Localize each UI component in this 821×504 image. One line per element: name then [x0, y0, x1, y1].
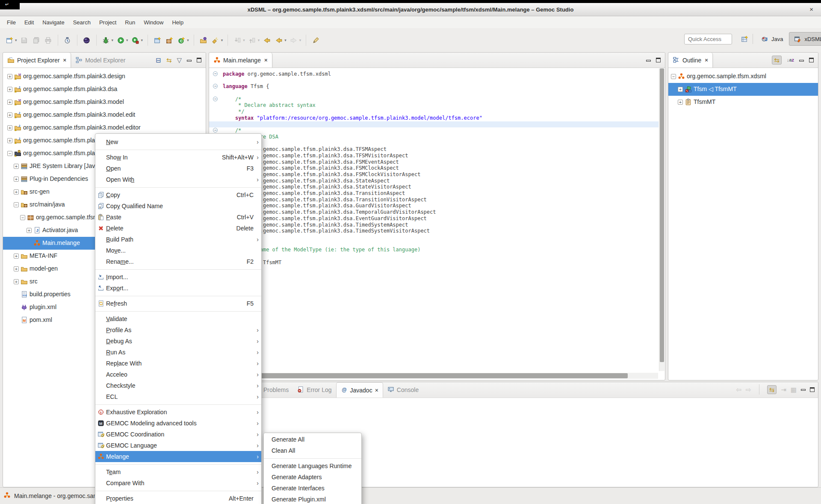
dropdown-chevron-icon[interactable]: ▾: [284, 38, 286, 42]
menu-item-profile-as[interactable]: Profile As›: [95, 324, 261, 336]
menubar-item-file[interactable]: File: [3, 18, 20, 27]
menu-item-export-[interactable]: Export...: [95, 283, 261, 294]
code-line[interactable]: with org.gemoc.sample.tfsm.plaink3.dsa.T…: [209, 228, 659, 234]
dropdown-chevron-icon[interactable]: ▾: [187, 38, 189, 42]
expand-icon[interactable]: +: [7, 125, 12, 130]
expand-icon[interactable]: +: [678, 87, 683, 92]
menu-item-melange[interactable]: Melange›: [95, 451, 261, 462]
code-line[interactable]: with org.gemoc.sample.tfsm.plaink3.dsa.S…: [209, 184, 659, 190]
code-line[interactable]: with org.gemoc.sample.tfsm.plaink3.dsa.T…: [209, 222, 659, 228]
code-line[interactable]: with org.gemoc.sample.tfsm.plaink3.dsa.F…: [209, 171, 659, 178]
code-line[interactable]: * Declare abstract syntax: [209, 102, 659, 109]
menu-item-generate-plugin-xml[interactable]: Generate Plugin.xml: [264, 494, 361, 504]
expand-icon[interactable]: +: [7, 138, 12, 143]
link-with-editor-icon[interactable]: ⇆: [772, 56, 782, 65]
code-line[interactable]: with org.gemoc.sample.tfsm.plaink3.dsa.T…: [209, 209, 659, 215]
tab-project-explorer[interactable]: Project Explorer ×: [3, 53, 71, 68]
tab-model-explorer[interactable]: Model Explorer: [71, 53, 130, 68]
minimize-icon[interactable]: [801, 389, 806, 391]
menu-item-generate-all[interactable]: Generate All: [264, 434, 361, 445]
new-melange-icon[interactable]: [153, 35, 162, 45]
close-icon[interactable]: ×: [264, 57, 268, 63]
menu-item-validate[interactable]: Validate: [95, 313, 261, 324]
menubar-item-project[interactable]: Project: [95, 18, 121, 27]
expand-icon[interactable]: +: [14, 177, 19, 182]
tree-item-org-gemoc-sample-tfsm-plaink3-model-edit[interactable]: +Jorg.gemoc.sample.tfsm.plaink3.model.ed…: [3, 109, 206, 121]
close-icon[interactable]: ×: [63, 57, 67, 63]
menu-item-ecl[interactable]: ECL›: [95, 391, 261, 402]
code-line[interactable]: with org.gemoc.sample.tfsm.plaink3.dsa.E…: [209, 215, 659, 222]
tab-console[interactable]: Console: [383, 382, 423, 398]
code-line[interactable]: // the name of the ModelType (ie: the ty…: [209, 247, 659, 253]
quick-access-input[interactable]: [684, 34, 732, 44]
expand-icon[interactable]: +: [7, 74, 12, 79]
menu-item-run-as[interactable]: Run As›: [95, 347, 261, 358]
tree-item-org-gemoc-sample-tfsm-xdsml[interactable]: −org.gemoc.sample.tfsm.xdsml: [668, 70, 818, 83]
window-close-button[interactable]: ×: [809, 6, 813, 13]
mark-occurrences-icon[interactable]: [311, 35, 320, 45]
close-icon[interactable]: ×: [375, 387, 378, 394]
expand-icon[interactable]: +: [14, 189, 19, 195]
new-class-icon[interactable]: C: [177, 35, 186, 45]
menu-item-generate-interfaces[interactable]: Generate Interfaces: [264, 483, 361, 494]
menu-item-move-[interactable]: Move...: [95, 245, 261, 256]
code-line[interactable]: with org.gemoc.sample.tfsm.plaink3.dsa.G…: [209, 203, 659, 209]
code-line[interactable]: −package org.gemoc.sample.tfsm.xdsml: [209, 71, 659, 77]
menu-item-refresh[interactable]: RefreshF5: [95, 298, 261, 309]
tab-error-log[interactable]: Error Log: [293, 382, 336, 398]
menubar-item-search[interactable]: Search: [69, 18, 95, 27]
code-line[interactable]: syntax "platform:/resource/org.gemoc.sam…: [209, 115, 659, 121]
menubar-item-navigate[interactable]: Navigate: [38, 18, 68, 27]
menu-item-copy[interactable]: CopyCtrl+C: [95, 189, 261, 200]
menu-item-generate-languages-runtime[interactable]: Generate Languages Runtime: [264, 460, 361, 472]
code-line[interactable]: exactype TfsmMT: [209, 259, 659, 266]
menu-item-open[interactable]: OpenF3: [95, 163, 261, 174]
tree-item-org-gemoc-sample-tfsm-plaink3-dsa[interactable]: +Jorg.gemoc.sample.tfsm.plaink3.dsa: [3, 83, 206, 96]
menubar-item-window[interactable]: Window: [139, 18, 168, 27]
menu-item-debug-as[interactable]: Debug As›: [95, 336, 261, 347]
menu-item-replace-with[interactable]: Replace With›: [95, 358, 261, 369]
open-folder-icon[interactable]: [199, 35, 208, 45]
perspective-button-xdsml[interactable]: xDSML: [789, 32, 821, 46]
last-edit-location-icon[interactable]: [262, 35, 272, 45]
minimize-icon[interactable]: [799, 60, 804, 62]
maximize-icon[interactable]: [809, 58, 814, 62]
code-line[interactable]: [209, 77, 659, 84]
tab-main-melange[interactable]: Main.melange ×: [209, 53, 272, 68]
horizontal-scrollbar[interactable]: [210, 373, 658, 379]
menu-item-gemoc-coordination[interactable]: GEMOC Coordination›: [95, 429, 261, 440]
tree-item-org-gemoc-sample-tfsm-plaink3-model-editor[interactable]: +Jorg.gemoc.sample.tfsm.plaink3.model.ed…: [3, 121, 206, 134]
menu-item-gemoc-language[interactable]: GEMOC Language›: [95, 440, 261, 451]
menu-item-checkstyle[interactable]: Checkstyle›: [95, 380, 261, 391]
new-package-icon[interactable]: [165, 35, 174, 45]
menubar-item-edit[interactable]: Edit: [20, 18, 38, 27]
collapse-icon[interactable]: −: [14, 202, 19, 207]
code-line[interactable]: with org.gemoc.sample.tfsm.plaink3.dsa.T…: [209, 146, 659, 153]
fold-collapse-icon[interactable]: −: [213, 71, 218, 76]
menu-item-show-in[interactable]: Show InShift+Alt+W›: [95, 152, 261, 163]
code-line[interactable]: − /*: [209, 96, 659, 103]
sort-icon[interactable]: ↓az: [787, 58, 794, 62]
dropdown-chevron-icon[interactable]: ▾: [141, 38, 143, 42]
search-torch-icon[interactable]: [211, 35, 220, 45]
view-menu-icon[interactable]: ▽: [177, 57, 182, 63]
menu-item-gemoc-modeling-advanced-tools[interactable]: MGEMOC Modeling advanced tools›: [95, 418, 261, 429]
menu-item-rename-[interactable]: Rename...F2: [95, 256, 261, 267]
tab-outline[interactable]: Outline ×: [668, 53, 713, 68]
code-line[interactable]: with org.gemoc.sample.tfsm.plaink3.dsa.F…: [209, 165, 659, 171]
maximize-icon[interactable]: [197, 58, 201, 62]
menu-item-exhaustive-exploration[interactable]: sExhaustive Exploration›: [95, 407, 261, 418]
code-line[interactable]: */: [209, 109, 659, 115]
tree-item-org-gemoc-sample-tfsm-plaink3-model[interactable]: +Morg.gemoc.sample.tfsm.plaink3.model: [3, 96, 206, 109]
tree-item-org-gemoc-sample-tfsm-plaink3-design[interactable]: +Morg.gemoc.sample.tfsm.plaink3.design: [3, 70, 206, 83]
open-log-icon[interactable]: ⇥: [781, 386, 786, 393]
code-line[interactable]: −language Tfsm {: [209, 83, 659, 90]
minimize-icon[interactable]: [646, 60, 651, 62]
tab-javadoc[interactable]: @Javadoc×: [336, 382, 383, 398]
run-config-icon[interactable]: [131, 35, 140, 45]
perspective-button-java[interactable]: JJava: [756, 32, 786, 45]
acceleo-sphere-icon[interactable]: [82, 35, 92, 45]
menu-item-paste[interactable]: PasteCtrl+V: [95, 212, 261, 223]
code-line[interactable]: with org.gemoc.sample.tfsm.plaink3.dsa.T…: [209, 190, 659, 197]
minimize-icon[interactable]: [187, 60, 192, 62]
